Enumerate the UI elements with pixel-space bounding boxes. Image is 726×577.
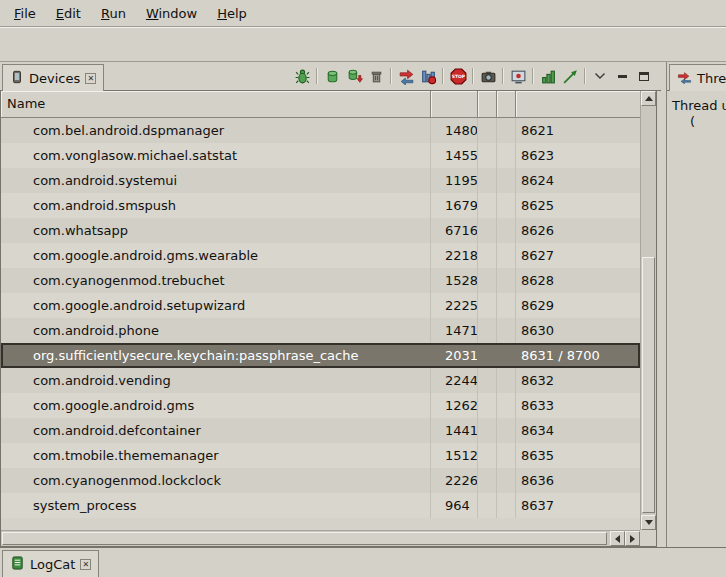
toolbar-separator [472,68,474,84]
workbench-window: File Edit Run Window Help Devices ✕ [0,0,726,577]
pid-cell: 1512 [431,443,478,468]
menu-window[interactable]: Window [136,3,207,24]
port-cell: 8629 [516,293,640,318]
empty-cell-1 [478,368,497,393]
menu-edit[interactable]: Edit [46,3,91,24]
threads-icon [677,70,692,87]
column-header-port[interactable] [516,91,640,118]
toolbar-separator [390,68,392,84]
process-name-cell: com.google.android.setupwizard [1,293,431,318]
empty-cell-1 [478,318,497,343]
port-cell: 8635 [516,443,640,468]
process-name-cell: com.vonglasow.michael.satstat [1,143,431,168]
close-icon[interactable]: ✕ [85,73,96,84]
view-menu-icon[interactable] [589,65,611,87]
device-row[interactable]: com.vonglasow.michael.satstat145538623 [1,143,640,168]
screen-capture-icon[interactable] [477,65,499,87]
device-row[interactable]: com.cyanogenmod.trebuchet15288628 [1,268,640,293]
tracker-icon[interactable] [559,65,581,87]
toolbar-separator [316,68,318,84]
empty-cell-2 [497,143,516,168]
update-threads-icon[interactable] [395,65,417,87]
device-table-header: Name [1,91,640,118]
empty-cell-2 [497,468,516,493]
port-cell: 8636 [516,468,640,493]
device-icon [10,69,24,88]
scroll-up-icon[interactable] [641,91,656,106]
empty-cell-2 [497,318,516,343]
column-header-empty-1[interactable] [478,91,497,118]
threads-view: Threa Thread up ( [666,62,726,547]
menu-file[interactable]: File [4,3,46,24]
start-method-profiling-icon[interactable] [417,65,439,87]
column-header-pid[interactable] [431,91,478,118]
port-cell: 8621 [516,118,640,143]
stop-process-icon[interactable]: STOP [447,65,469,87]
screen-record-icon[interactable] [507,65,529,87]
port-cell: 8627 [516,243,640,268]
empty-cell-1 [478,468,497,493]
empty-cell-1 [478,143,497,168]
pid-cell: 22440 [431,368,478,393]
empty-cell-2 [497,493,516,518]
close-icon[interactable]: ✕ [80,559,91,570]
device-row[interactable]: com.bel.android.dspmanager14808621 [1,118,640,143]
empty-cell-1 [478,418,497,443]
debug-process-icon[interactable] [291,65,313,87]
device-row[interactable]: com.google.android.setupwizard222508629 [1,293,640,318]
device-row[interactable]: com.android.phone14718630 [1,318,640,343]
devices-view: Devices ✕ [0,62,661,547]
device-row[interactable]: org.sufficientlysecure.keychain:passphra… [1,343,640,368]
threads-tabbar: Threa [667,62,726,91]
empty-cell-2 [497,293,516,318]
device-row[interactable]: com.tmobile.thememanager15128635 [1,443,640,468]
device-row[interactable]: com.android.systemui11958624 [1,168,640,193]
pid-cell: 1528 [431,268,478,293]
minimize-icon[interactable] [611,65,633,87]
sysinfo-icon[interactable] [537,65,559,87]
vertical-scrollbar[interactable] [640,91,656,530]
port-cell: 8633 [516,393,640,418]
device-row[interactable]: com.google.android.gms.wearable221858627 [1,243,640,268]
process-name-cell: org.sufficientlysecure.keychain:passphra… [1,343,431,368]
device-row[interactable]: system_process9648637 [1,493,640,518]
horizontal-scrollbar-thumb[interactable] [2,532,607,545]
vertical-scrollbar-thumb[interactable] [642,257,655,513]
logcat-bar: LogCat ✕ [0,547,726,577]
stop-label: STOP [451,74,465,79]
empty-cell-1 [478,268,497,293]
tab-devices[interactable]: Devices ✕ [2,64,104,91]
scroll-left-icon[interactable] [610,531,625,546]
menu-help[interactable]: Help [207,3,257,24]
device-row[interactable]: com.whatsapp67168626 [1,218,640,243]
cause-gc-icon[interactable] [365,65,387,87]
empty-cell-1 [478,443,497,468]
device-row[interactable]: com.android.defcontainer144118634 [1,418,640,443]
process-name-cell: com.cyanogenmod.lockclock [1,468,431,493]
maximize-icon[interactable] [633,65,655,87]
process-name-cell: com.google.android.gms [1,393,431,418]
device-row[interactable]: com.android.smspush16798625 [1,193,640,218]
empty-cell-1 [478,218,497,243]
update-heap-icon[interactable] [321,65,343,87]
toolbar-separator [584,68,586,84]
scroll-right-icon[interactable] [625,531,640,546]
port-cell: 8625 [516,193,640,218]
pid-cell: 1679 [431,193,478,218]
column-header-name[interactable]: Name [1,91,431,118]
device-row[interactable]: com.android.vending224408632 [1,368,640,393]
dump-hprof-icon[interactable] [343,65,365,87]
tab-threads[interactable]: Threa [669,64,726,91]
process-name-cell: com.whatsapp [1,218,431,243]
menu-run[interactable]: Run [91,3,136,24]
horizontal-scrollbar[interactable] [1,530,640,546]
column-header-empty-2[interactable] [497,91,516,118]
device-row[interactable]: com.google.android.gms126238633 [1,393,640,418]
empty-cell-2 [497,418,516,443]
device-row[interactable]: com.cyanogenmod.lockclock222658636 [1,468,640,493]
process-name-cell: com.android.systemui [1,168,431,193]
scroll-down-icon[interactable] [641,515,656,530]
tab-logcat[interactable]: LogCat ✕ [2,550,99,577]
empty-cell-2 [497,168,516,193]
pid-cell: 14411 [431,418,478,443]
